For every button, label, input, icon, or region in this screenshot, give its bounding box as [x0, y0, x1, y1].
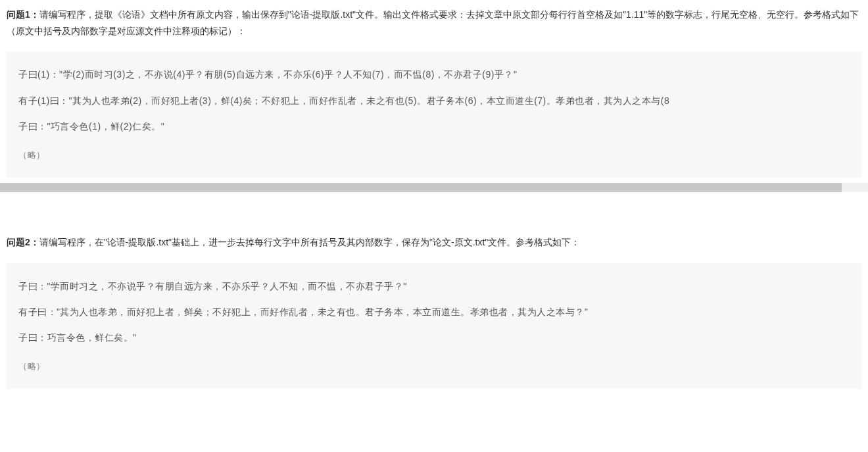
- problem-2-text: 请编写程序，在"论语-提取版.txt"基础上，进一步去掉每行文字中所有括号及其内…: [39, 237, 581, 247]
- problem-1-label: 问题1：: [7, 9, 39, 20]
- spacer: [0, 212, 868, 228]
- scrollbar-thumb[interactable]: [0, 183, 842, 192]
- problem-1-code-block: 子曰(1)："学(2)而时习(3)之，不亦说(4)乎？有朋(5)自远方来，不亦乐…: [7, 51, 861, 178]
- horizontal-scrollbar[interactable]: [0, 183, 868, 192]
- code-line: 子曰(1)："学(2)而时习(3)之，不亦说(4)乎？有朋(5)自远方来，不亦乐…: [18, 62, 850, 88]
- code-line-omit: （略）: [18, 139, 850, 167]
- code-line: 子曰：巧言令色，鲜仁矣。": [18, 325, 850, 351]
- problem-2-code-block: 子曰："学而时习之，不亦说乎？有朋自远方来，不亦乐乎？人不知，而不愠，不亦君子乎…: [7, 263, 861, 389]
- problem-2-section: 问题2：请编写程序，在"论语-提取版.txt"基础上，进一步去掉每行文字中所有括…: [0, 228, 868, 389]
- code-line: 有子(1)曰："其为人也孝弟(2)，而好犯上者(3)，鲜(4)矣；不好犯上，而好…: [18, 88, 850, 114]
- problem-2-label: 问题2：: [7, 237, 39, 247]
- code-line: 有子曰："其为人也孝弟，而好犯上者，鲜矣；不好犯上，而好作乱者，未之有也。君子务…: [18, 299, 850, 325]
- code-line-omit: （略）: [18, 351, 850, 378]
- problem-1-text: 请编写程序，提取《论语》文档中所有原文内容，输出保存到"论语-提取版.txt"文…: [7, 9, 859, 36]
- problem-1-section: 问题1：请编写程序，提取《论语》文档中所有原文内容，输出保存到"论语-提取版.t…: [0, 0, 868, 178]
- code-line: 子曰："学而时习之，不亦说乎？有朋自远方来，不亦乐乎？人不知，而不愠，不亦君子乎…: [18, 274, 850, 299]
- problem-1-header: 问题1：请编写程序，提取《论语》文档中所有原文内容，输出保存到"论语-提取版.t…: [7, 0, 861, 46]
- code-line: 子曰："巧言令色(1)，鲜(2)仁矣。": [18, 114, 850, 139]
- problem-2-header: 问题2：请编写程序，在"论语-提取版.txt"基础上，进一步去掉每行文字中所有括…: [7, 228, 861, 257]
